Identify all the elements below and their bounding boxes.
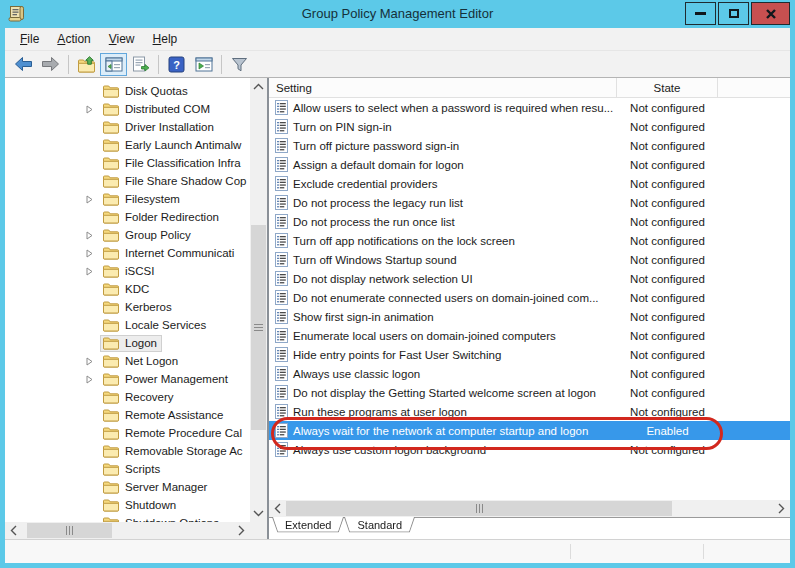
tree-item[interactable]: Locale Services xyxy=(5,316,250,334)
tree-item-body[interactable]: Folder Redirection xyxy=(100,209,224,226)
up-one-level-button[interactable] xyxy=(73,53,100,76)
scroll-left-arrow[interactable] xyxy=(269,500,286,517)
expander-icon[interactable] xyxy=(85,231,100,240)
tree-item[interactable]: Server Manager xyxy=(5,478,250,496)
tree-item-body[interactable]: Recovery xyxy=(100,389,179,406)
tree-item[interactable]: Recovery xyxy=(5,388,250,406)
scroll-right-arrow[interactable] xyxy=(233,522,250,539)
column-header-setting[interactable]: Setting xyxy=(269,78,617,97)
tree-item[interactable]: Remote Procedure Cal xyxy=(5,424,250,442)
tree-item-body[interactable]: Disk Quotas xyxy=(100,83,193,100)
tree-item-body[interactable]: Locale Services xyxy=(100,317,211,334)
scroll-right-arrow[interactable] xyxy=(773,500,790,517)
setting-row[interactable]: Always use classic logonNot configured xyxy=(269,364,790,383)
filter-button[interactable] xyxy=(226,53,253,76)
tree-item[interactable]: Remote Assistance xyxy=(5,406,250,424)
tree-item-body[interactable]: Driver Installation xyxy=(100,119,219,136)
tree-hscroll-thumb[interactable] xyxy=(27,523,112,538)
column-header-state[interactable]: State xyxy=(617,78,718,97)
tab-standard[interactable]: Standard xyxy=(344,518,415,535)
tree-item[interactable]: KDC xyxy=(5,280,250,298)
setting-row-selected[interactable]: Always wait for the network at computer … xyxy=(269,421,790,440)
tree-item[interactable]: Filesystem xyxy=(5,190,250,208)
list-hscroll-thumb[interactable] xyxy=(286,501,672,516)
tree-item-body[interactable]: File Classification Infra xyxy=(100,155,246,172)
column-header-extra[interactable] xyxy=(718,78,790,97)
menu-help[interactable]: Help xyxy=(144,29,187,49)
tree-item-body[interactable]: Shutdown Options xyxy=(100,515,224,523)
tree-item[interactable]: iSCSI xyxy=(5,262,250,280)
expander-icon[interactable] xyxy=(85,357,100,366)
show-window-button[interactable] xyxy=(190,53,217,76)
setting-row[interactable]: Exclude credential providersNot configur… xyxy=(269,174,790,193)
list-horizontal-scrollbar[interactable] xyxy=(269,500,790,517)
expander-icon[interactable] xyxy=(85,249,100,258)
setting-row[interactable]: Turn off Windows Startup soundNot config… xyxy=(269,250,790,269)
tree-item[interactable]: Shutdown Options xyxy=(5,514,250,522)
tree-item[interactable]: Net Logon xyxy=(5,352,250,370)
setting-row[interactable]: Do not display network selection UINot c… xyxy=(269,269,790,288)
tree-item[interactable]: Folder Redirection xyxy=(5,208,250,226)
setting-row[interactable]: Enumerate local users on domain-joined c… xyxy=(269,326,790,345)
tree-item-body[interactable]: Kerberos xyxy=(100,299,177,316)
tree-item-body[interactable]: Server Manager xyxy=(100,479,212,496)
minimize-button[interactable] xyxy=(685,2,716,25)
maximize-button[interactable] xyxy=(718,2,749,25)
setting-row[interactable]: Show first sign-in animationNot configur… xyxy=(269,307,790,326)
tree-vscroll-thumb[interactable] xyxy=(251,225,266,430)
tree-item[interactable]: Power Management xyxy=(5,370,250,388)
tree-item-body[interactable]: Distributed COM xyxy=(100,101,215,118)
scroll-left-arrow[interactable] xyxy=(5,522,22,539)
tree-item[interactable]: File Share Shadow Cop xyxy=(5,172,250,190)
tree-item-body[interactable]: Shutdown xyxy=(100,497,181,514)
tree-item-body[interactable]: Logon xyxy=(100,335,162,352)
tree-item-body[interactable]: Group Policy xyxy=(100,227,196,244)
expander-icon[interactable] xyxy=(85,105,100,114)
help-button[interactable]: ? xyxy=(163,53,190,76)
setting-row[interactable]: Assign a default domain for logonNot con… xyxy=(269,155,790,174)
expander-icon[interactable] xyxy=(85,267,100,276)
scroll-down-arrow[interactable] xyxy=(250,505,267,522)
scroll-up-arrow[interactable] xyxy=(250,78,267,95)
menu-view[interactable]: View xyxy=(100,29,144,49)
menu-file[interactable]: File xyxy=(11,29,48,49)
tree-item[interactable]: Scripts xyxy=(5,460,250,478)
setting-row[interactable]: Do not process the run once listNot conf… xyxy=(269,212,790,231)
setting-row[interactable]: Hide entry points for Fast User Switchin… xyxy=(269,345,790,364)
export-list-button[interactable] xyxy=(127,53,154,76)
expander-icon[interactable] xyxy=(85,195,100,204)
setting-row[interactable]: Allow users to select when a password is… xyxy=(269,98,790,117)
tree-item-body[interactable]: Filesystem xyxy=(100,191,185,208)
tree-item-body[interactable]: Removable Storage Ac xyxy=(100,443,248,460)
expander-icon[interactable] xyxy=(85,375,100,384)
menu-action[interactable]: Action xyxy=(48,29,99,49)
setting-row[interactable]: Do not display the Getting Started welco… xyxy=(269,383,790,402)
tree-item-body[interactable]: Remote Assistance xyxy=(100,407,228,424)
tree-item-body[interactable]: Remote Procedure Cal xyxy=(100,425,247,442)
close-button[interactable] xyxy=(751,2,790,25)
tree-item[interactable]: Group Policy xyxy=(5,226,250,244)
tree-item-body[interactable]: iSCSI xyxy=(100,263,159,280)
tree-item-body[interactable]: Net Logon xyxy=(100,353,183,370)
tree-item[interactable]: Early Launch Antimalw xyxy=(5,136,250,154)
setting-row[interactable]: Do not enumerate connected users on doma… xyxy=(269,288,790,307)
setting-row[interactable]: Run these programs at user logonNot conf… xyxy=(269,402,790,421)
setting-row[interactable]: Turn off app notifications on the lock s… xyxy=(269,231,790,250)
tree-item-body[interactable]: Internet Communicati xyxy=(100,245,239,262)
tree-item-body[interactable]: Scripts xyxy=(100,461,165,478)
tree-item[interactable]: Logon xyxy=(5,334,250,352)
tree-item-body[interactable]: File Share Shadow Cop xyxy=(100,173,250,190)
forward-button[interactable] xyxy=(37,53,64,76)
tree-item[interactable]: Removable Storage Ac xyxy=(5,442,250,460)
tree-item[interactable]: Internet Communicati xyxy=(5,244,250,262)
tree-item-body[interactable]: KDC xyxy=(100,281,154,298)
setting-row[interactable]: Do not process the legacy run listNot co… xyxy=(269,193,790,212)
setting-row[interactable]: Turn on PIN sign-inNot configured xyxy=(269,117,790,136)
tree-item[interactable]: Distributed COM xyxy=(5,100,250,118)
tree-item[interactable]: File Classification Infra xyxy=(5,154,250,172)
tree-item[interactable]: Shutdown xyxy=(5,496,250,514)
setting-row[interactable]: Always use custom logon backgroundNot co… xyxy=(269,440,790,459)
tree-item[interactable]: Driver Installation xyxy=(5,118,250,136)
tree-item-body[interactable]: Power Management xyxy=(100,371,233,388)
tree-horizontal-scrollbar[interactable] xyxy=(5,522,250,539)
